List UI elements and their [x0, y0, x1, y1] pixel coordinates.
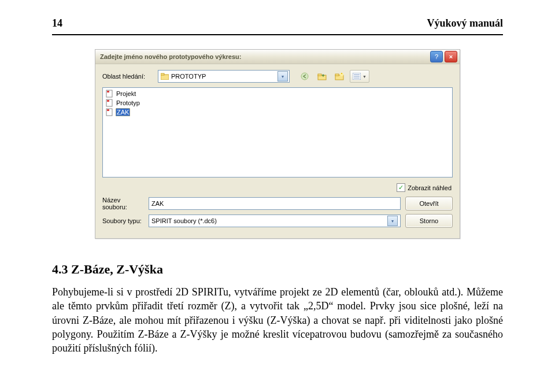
- svg-point-2: [301, 73, 308, 80]
- cancel-button-label: Storno: [420, 217, 438, 224]
- chevron-down-icon: ▼: [362, 75, 367, 79]
- file-name: Prototyp: [116, 99, 140, 106]
- filetype-label: Soubory typu:: [102, 217, 144, 224]
- header-divider: [52, 34, 503, 35]
- filename-label: Název souboru:: [102, 197, 144, 210]
- new-folder-icon: [335, 72, 344, 80]
- list-item[interactable]: Projekt: [104, 89, 451, 98]
- folder-dropdown[interactable]: PROTOTYP ▾: [158, 70, 290, 83]
- folder-up-icon: [317, 72, 327, 80]
- dialog-title: Zadejte jméno nového prototypového výkre…: [100, 53, 430, 60]
- chevron-down-icon: ▾: [387, 216, 398, 226]
- file-list[interactable]: Projekt Prototyp ZAK: [102, 87, 453, 177]
- help-icon: ?: [435, 53, 438, 60]
- document-icon: [105, 108, 113, 116]
- list-item[interactable]: Prototyp: [104, 98, 451, 108]
- section-paragraph: Pohybujeme-li si v prostředí 2D SPIRITu,…: [52, 285, 503, 355]
- back-arrow-icon: [301, 72, 309, 80]
- chevron-down-icon: ▾: [278, 71, 288, 82]
- folder-icon: [161, 73, 169, 80]
- preview-checkbox-label: Zobrazit náhled: [408, 184, 452, 191]
- svg-rect-1: [161, 73, 164, 75]
- file-name: Projekt: [116, 90, 136, 97]
- filename-value: ZAK: [151, 200, 164, 207]
- cancel-button[interactable]: Storno: [405, 214, 453, 228]
- folder-name: PROTOTYP: [171, 73, 206, 80]
- dialog-titlebar: Zadejte jméno nového prototypového výkre…: [95, 50, 460, 64]
- filetype-value: SPIRIT soubory (*.dc6): [151, 217, 217, 224]
- up-level-button[interactable]: [315, 70, 329, 83]
- new-folder-button[interactable]: [332, 70, 346, 83]
- back-button[interactable]: [298, 70, 312, 83]
- file-open-dialog: Zadejte jméno nového prototypového výkre…: [95, 49, 460, 239]
- open-button-label: Otevřít: [419, 200, 438, 207]
- filetype-dropdown[interactable]: SPIRIT soubory (*.dc6) ▾: [149, 215, 401, 227]
- check-icon: ✓: [398, 184, 404, 191]
- page-title: Výukový manuál: [427, 17, 503, 29]
- svg-rect-13: [107, 91, 109, 93]
- close-button[interactable]: ×: [445, 51, 457, 62]
- list-item[interactable]: ZAK: [104, 108, 451, 117]
- svg-rect-17: [107, 109, 109, 111]
- document-icon: [105, 99, 113, 107]
- svg-rect-6: [335, 74, 339, 76]
- help-button[interactable]: ?: [430, 51, 443, 62]
- document-icon: [105, 90, 113, 98]
- page-number: 14: [52, 17, 62, 29]
- view-menu-button[interactable]: ▼: [350, 70, 369, 83]
- filename-input[interactable]: ZAK: [149, 197, 401, 210]
- section-heading: 4.3 Z-Báze, Z-Výška: [52, 262, 503, 277]
- file-name: ZAK: [116, 108, 130, 116]
- svg-rect-4: [318, 74, 321, 76]
- search-area-label: Oblast hledání:: [102, 73, 154, 80]
- close-icon: ×: [449, 53, 453, 60]
- open-button[interactable]: Otevřít: [405, 197, 453, 210]
- view-icon: [353, 73, 361, 80]
- preview-checkbox[interactable]: ✓: [397, 183, 405, 192]
- svg-rect-15: [107, 100, 109, 102]
